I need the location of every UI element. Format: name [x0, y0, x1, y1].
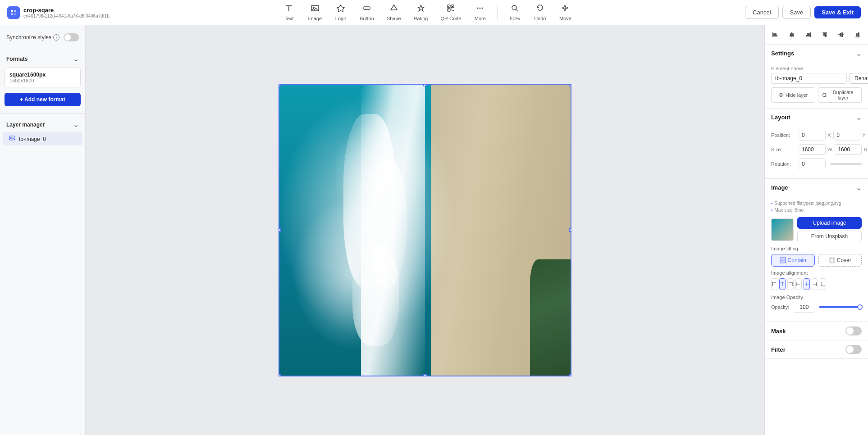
img-align-top-right[interactable]	[787, 278, 794, 290]
divider-layers	[0, 113, 85, 114]
pos-y-input[interactable]	[833, 130, 860, 140]
svg-rect-27	[772, 32, 773, 37]
opacity-slider-track[interactable]	[819, 306, 862, 308]
handle-bot-right[interactable]	[569, 374, 571, 376]
opacity-input[interactable]	[793, 302, 815, 313]
settings-chevron	[856, 49, 862, 58]
tool-more[interactable]: More	[468, 2, 492, 23]
handle-top-right[interactable]	[569, 84, 571, 86]
svg-rect-40	[840, 33, 841, 36]
handle-mid-left[interactable]	[279, 228, 281, 232]
sync-toggle[interactable]	[64, 33, 79, 41]
svg-rect-35	[806, 35, 810, 36]
mask-toggle-knob	[846, 327, 854, 335]
rotation-label: Rotation:	[771, 161, 796, 167]
element-name-row: Rename	[771, 73, 862, 84]
layer-item-0[interactable]: tb-image_0	[3, 132, 82, 145]
tool-logo[interactable]: Logo	[329, 2, 352, 23]
align-top-edge-btn[interactable]	[819, 29, 831, 41]
layer-image-icon	[9, 135, 15, 143]
handle-bot-center[interactable]	[423, 374, 427, 376]
hide-layer-button[interactable]: Hide layer	[771, 87, 815, 103]
size-h-input[interactable]	[835, 144, 862, 155]
filter-toggle[interactable]	[845, 345, 862, 354]
svg-rect-44	[858, 32, 859, 36]
tool-shape[interactable]: Shape	[381, 2, 407, 23]
cover-button[interactable]: Cover	[818, 254, 862, 267]
pos-x-input[interactable]	[799, 130, 826, 140]
svg-rect-17	[448, 9, 449, 10]
layout-header[interactable]: Layout	[765, 109, 868, 126]
from-unsplash-button[interactable]: From Unsplash	[797, 231, 862, 242]
size-w-input[interactable]	[799, 144, 826, 155]
tool-image[interactable]: Image	[302, 2, 327, 23]
save-exit-button[interactable]: Save & Exit	[814, 6, 861, 18]
tool-move[interactable]: Move	[553, 2, 577, 23]
mask-toggle[interactable]	[845, 326, 862, 335]
opacity-sublabel: Opacity:	[771, 304, 789, 310]
image-header[interactable]: Image	[765, 179, 868, 196]
image-thumb-preview	[772, 219, 793, 240]
canvas-area[interactable]	[86, 25, 764, 435]
svg-rect-49	[781, 258, 785, 262]
logo-icon	[336, 4, 345, 15]
rotation-input[interactable]	[799, 159, 826, 169]
handle-top-center[interactable]	[423, 84, 427, 86]
format-item[interactable]: square1600px 1600x1600	[5, 68, 81, 87]
tool-text[interactable]: Text	[277, 2, 301, 23]
save-button[interactable]: Save	[782, 6, 811, 19]
sync-info-icon[interactable]: i	[53, 34, 59, 41]
element-name-input[interactable]	[771, 73, 847, 84]
tool-rating[interactable]: Rating	[408, 2, 434, 23]
rename-button[interactable]: Rename	[850, 73, 868, 84]
tool-button[interactable]: Button	[354, 2, 379, 23]
tool-qrcode-label: QR Code	[440, 16, 461, 21]
mask-label: Mask	[771, 328, 786, 335]
layer-manager-header[interactable]: Layer manager	[0, 118, 85, 131]
svg-rect-38	[825, 33, 827, 37]
svg-rect-41	[841, 32, 843, 37]
svg-rect-28	[773, 33, 777, 35]
image-icon	[311, 4, 320, 15]
formats-section-header[interactable]: Formats	[0, 52, 85, 66]
size-h-group: H	[835, 144, 867, 155]
img-align-mid-right[interactable]	[812, 278, 818, 290]
img-align-top-center[interactable]	[779, 278, 786, 290]
align-left-edge-btn[interactable]	[769, 29, 781, 41]
handle-bot-left[interactable]	[279, 374, 281, 376]
img-align-mid-center[interactable]	[804, 278, 810, 290]
align-center-h-btn[interactable]	[786, 29, 798, 41]
layer-name-0: tb-image_0	[19, 136, 46, 142]
tool-zoom: 50%	[503, 2, 526, 23]
cancel-button[interactable]: Cancel	[745, 6, 778, 19]
svg-point-22	[482, 8, 483, 9]
canvas-image[interactable]	[279, 84, 571, 376]
contain-button[interactable]: Contain	[771, 254, 815, 267]
align-center-v-btn[interactable]	[835, 29, 847, 41]
svg-rect-34	[807, 33, 810, 35]
undo-label: Undo	[534, 16, 546, 21]
duplicate-layer-button[interactable]: Duplicate layer	[818, 87, 862, 103]
align-bottom-edge-btn[interactable]	[852, 29, 863, 41]
upload-image-button[interactable]: Upload image	[797, 217, 862, 229]
add-format-button[interactable]: + Add new format	[5, 93, 81, 106]
settings-header[interactable]: Settings	[765, 45, 868, 62]
size-label: Size:	[771, 147, 796, 152]
move-icon	[561, 4, 570, 15]
svg-rect-18	[451, 9, 452, 9]
undo-icon	[535, 4, 544, 15]
toggle-knob	[64, 34, 71, 41]
rotation-slider[interactable]	[830, 163, 862, 165]
img-align-top-left[interactable]	[771, 278, 777, 290]
brand-wrapper: crop-sqare ec461798-112d-4941-9a78-d6f04…	[7, 6, 110, 19]
handle-mid-right[interactable]	[569, 228, 571, 232]
img-align-bot-left[interactable]	[820, 278, 826, 290]
svg-rect-33	[810, 32, 811, 37]
tool-qrcode[interactable]: QR Code	[435, 2, 466, 23]
settings-section: Settings Element name Rename Hide layer	[765, 45, 868, 109]
opacity-slider-thumb[interactable]	[857, 304, 863, 310]
align-right-edge-btn[interactable]	[802, 29, 814, 41]
handle-top-left[interactable]	[279, 84, 281, 86]
img-align-mid-left[interactable]	[795, 278, 802, 290]
tool-undo[interactable]: Undo	[528, 2, 552, 23]
